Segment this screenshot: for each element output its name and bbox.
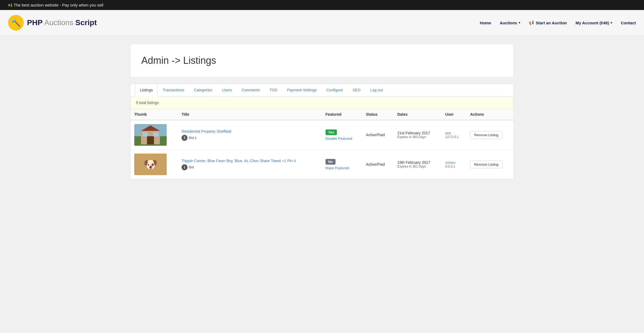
featured-cell: Yes Disable Featured: [322, 120, 362, 150]
bid-badge: 3: [182, 135, 187, 141]
logo-icon: 🔨: [8, 15, 24, 31]
bid-count: 3 Bid s: [182, 135, 197, 141]
remove-listing-button[interactable]: Remove Listing: [470, 161, 502, 168]
col-user: User: [441, 109, 466, 120]
tab-users[interactable]: Users: [217, 84, 237, 97]
col-featured: Featured: [322, 109, 362, 120]
title-cell: Tripple Carrier, Blue Fawn Boy, Blue, At…: [178, 150, 322, 179]
featured-action-link[interactable]: Disable Featured: [326, 136, 352, 141]
nav-auctions[interactable]: Auctions ▾: [500, 21, 520, 25]
megaphone-icon: 📢: [529, 20, 534, 25]
top-banner-text: The best auction website - Pay only when…: [14, 3, 103, 7]
listings-table: Thumb Title Featured Status Dates User A…: [130, 109, 514, 179]
svg-rect-4: [147, 136, 154, 144]
tab-categories[interactable]: Categories: [189, 84, 217, 97]
status-cell: Active/Paid: [362, 150, 394, 179]
featured-cell: No Make Featured: [322, 150, 362, 179]
logo-php: PHP: [27, 18, 43, 27]
logo-auctions: Auctions: [43, 18, 75, 27]
svg-rect-6: [153, 132, 159, 136]
title-cell: Residential Property Sheffield 3 Bid s: [178, 120, 322, 150]
status-badge: Active/Paid: [366, 133, 385, 137]
thumb-house: [134, 124, 167, 146]
admin-panel: Listings Transactions Categories Users C…: [130, 84, 514, 179]
table-row: 🐶 Tripple Carrier, Blue Fawn Boy, Blue, …: [130, 150, 514, 179]
col-actions: Actions: [466, 109, 514, 120]
tab-transactions[interactable]: Transactions: [158, 84, 189, 97]
tab-listings[interactable]: Listings: [135, 84, 158, 97]
tabs-bar: Listings Transactions Categories Users C…: [130, 84, 514, 97]
date-start: 21st February 2017: [397, 131, 438, 135]
bid-count: 1 Bid: [182, 164, 194, 170]
actions-cell: Remove Listing: [466, 120, 514, 150]
tab-seo[interactable]: SEO: [348, 84, 365, 97]
featured-badge: No: [326, 159, 358, 166]
col-title: Title: [178, 109, 322, 120]
tab-configure[interactable]: Configure: [321, 84, 348, 97]
logo-script: Script: [75, 18, 97, 27]
date-start: 19th February 2017: [397, 160, 438, 165]
col-thumb: Thumb: [130, 109, 178, 120]
remove-listing-button[interactable]: Remove Listing: [470, 131, 502, 139]
main-content: Admin -> Listings Listings Transactions …: [122, 44, 522, 179]
featured-badge-label: Yes: [326, 129, 337, 135]
col-dates: Dates: [394, 109, 442, 120]
top-banner-number: #1: [8, 3, 13, 7]
nav-my-account[interactable]: My Account (€49) ▾: [576, 21, 612, 25]
listing-title-link[interactable]: Residential Property Sheffield: [182, 129, 231, 134]
svg-rect-5: [142, 132, 148, 136]
thumb-cell: [130, 120, 178, 150]
user-cell: crivion 0.0.0.1: [441, 150, 466, 179]
info-bar: 5 total listings: [130, 97, 514, 109]
listing-title: Residential Property Sheffield: [182, 129, 318, 134]
hammer-icon: 🔨: [11, 18, 21, 27]
tab-tos[interactable]: TOS: [265, 84, 282, 97]
user-ip: 127.0.0.1: [445, 135, 462, 139]
logo-area: 🔨 PHP Auctions Script: [8, 15, 97, 31]
thumb-cell: 🐶: [130, 150, 178, 179]
total-listings-text: 5 total listings: [136, 101, 159, 105]
date-expiry: Expires in 361 Days: [397, 165, 438, 168]
user-cell: test 127.0.0.1: [441, 120, 466, 150]
dates-cell: 19th February 2017 Expires in 361 Days: [394, 150, 442, 179]
tab-comments[interactable]: Comments: [237, 84, 265, 97]
bid-label: Bid s: [189, 136, 197, 140]
featured-badge: Yes: [326, 129, 358, 136]
user-ip: 0.0.0.1: [445, 165, 462, 168]
bid-badge: 1: [182, 164, 187, 170]
nav-start-auction[interactable]: 📢 Start an Auction: [529, 20, 567, 25]
tab-payment-settings[interactable]: Payment Settings: [282, 84, 322, 97]
actions-cell: Remove Listing: [466, 150, 514, 179]
featured-badge-label: No: [326, 159, 336, 165]
top-banner: #1 The best auction website - Pay only w…: [0, 0, 644, 10]
page-title: Admin -> Listings: [141, 55, 503, 66]
chevron-down-icon: ▾: [611, 21, 612, 25]
col-status: Status: [362, 109, 394, 120]
user-link[interactable]: test: [445, 131, 451, 135]
user-link[interactable]: crivion: [445, 161, 455, 165]
featured-action-link[interactable]: Make Featured: [326, 166, 349, 170]
logo-text: PHP Auctions Script: [27, 18, 97, 27]
bid-label: Bid: [189, 165, 194, 169]
table-row: Residential Property Sheffield 3 Bid s Y…: [130, 120, 514, 150]
status-badge: Active/Paid: [366, 162, 385, 166]
listing-title: Tripple Carrier, Blue Fawn Boy, Blue, At…: [182, 159, 318, 163]
date-expiry: Expires in 363 Days: [397, 135, 438, 139]
status-cell: Active/Paid: [362, 120, 394, 150]
page-title-box: Admin -> Listings: [130, 44, 514, 77]
tab-logout[interactable]: Log out: [365, 84, 388, 97]
thumb-dog: 🐶: [134, 154, 167, 175]
listing-title-link[interactable]: Tripple Carrier, Blue Fawn Boy, Blue, At…: [182, 159, 296, 163]
main-nav: Home Auctions ▾ 📢 Start an Auction My Ac…: [480, 20, 636, 25]
header: 🔨 PHP Auctions Script Home Auctions ▾ 📢 …: [0, 10, 644, 36]
chevron-down-icon: ▾: [519, 21, 520, 25]
nav-home[interactable]: Home: [480, 21, 491, 25]
nav-contact[interactable]: Contact: [621, 21, 636, 25]
dates-cell: 21st February 2017 Expires in 363 Days: [394, 120, 442, 150]
